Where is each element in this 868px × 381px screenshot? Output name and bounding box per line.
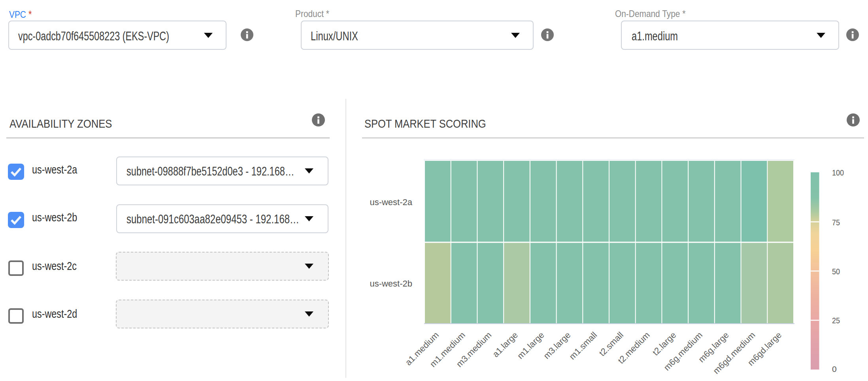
- svg-text:m1.small: m1.small: [567, 330, 599, 362]
- svg-text:m3.large: m3.large: [542, 330, 572, 361]
- svg-text:m1.large: m1.large: [515, 330, 546, 361]
- svg-text:25: 25: [832, 316, 840, 325]
- svg-text:75: 75: [832, 218, 840, 227]
- svg-text:a1.large: a1.large: [491, 330, 520, 359]
- svg-text:us-west-2b: us-west-2b: [370, 279, 412, 289]
- svg-text:us-west-2a: us-west-2a: [370, 197, 412, 207]
- svg-text:0: 0: [832, 364, 837, 373]
- svg-text:100: 100: [832, 168, 844, 177]
- svg-text:50: 50: [832, 267, 840, 276]
